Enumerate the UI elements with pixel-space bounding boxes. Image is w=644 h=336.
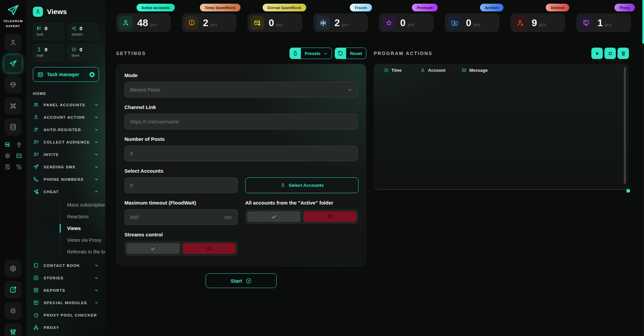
- stat-card-proxy: Proxy 1pcs: [576, 13, 631, 32]
- stat-card-eternal-spamblock: Eternal SpamBlock 0pcs: [248, 13, 302, 32]
- sidebar-item-invite[interactable]: INVITE: [33, 148, 99, 161]
- sidebar-item-reports[interactable]: REPORTS: [33, 284, 99, 296]
- presets-label: Presets: [305, 51, 321, 56]
- stat-task: 0 task: [33, 23, 64, 40]
- stat-value: 0: [466, 17, 471, 29]
- clipboard-icon[interactable]: [4, 164, 11, 170]
- sender-button[interactable]: [4, 55, 22, 72]
- run-button[interactable]: [591, 48, 603, 59]
- stop-button[interactable]: [604, 48, 616, 59]
- sidebar-item-auto-register[interactable]: AUTO-REGISTER: [33, 123, 99, 136]
- clear-log-button[interactable]: [618, 48, 629, 59]
- timeout-input[interactable]: [130, 214, 221, 220]
- sidebar-item-account-action[interactable]: ACCOUNT ACTION: [33, 111, 99, 123]
- sidebar-item-contact-book[interactable]: CONTACT BOOK: [33, 259, 99, 272]
- sidebar-item-collect-audience[interactable]: COLLECT AUDIENCE: [33, 136, 99, 148]
- sidebar-item-stories[interactable]: STORIES: [33, 272, 99, 284]
- views-page-icon: [33, 7, 43, 17]
- mode-label: Mode: [124, 72, 358, 78]
- stat-value: 9: [532, 17, 537, 29]
- column-account: Account: [420, 68, 462, 73]
- resize-grip[interactable]: [627, 189, 630, 192]
- database-button[interactable]: [4, 118, 22, 136]
- premium-badge[interactable]: Premium: [412, 4, 438, 11]
- stat-value: 2: [203, 17, 208, 29]
- rail-bottom-cluster: [4, 260, 22, 336]
- external-link-button[interactable]: [4, 281, 22, 298]
- frozen-badge[interactable]: Frozen: [350, 4, 372, 11]
- streams-off-option[interactable]: [183, 243, 236, 254]
- number-of-posts-input[interactable]: [130, 151, 352, 156]
- streams-on-option[interactable]: [126, 243, 180, 254]
- active-folder-off-option[interactable]: [304, 211, 357, 222]
- chevron-up-icon: [94, 189, 99, 194]
- log-scrollbar[interactable]: [624, 67, 626, 184]
- app-root: TELEGRAM EXPERT: [0, 0, 644, 336]
- column-message: Message: [462, 68, 488, 73]
- chevron-down-icon: [94, 276, 99, 280]
- stat-unit: pcs: [210, 22, 217, 27]
- code-box-icon[interactable]: [15, 153, 22, 159]
- paper-plane-icon: [33, 164, 39, 170]
- archive-badge[interactable]: Archive: [480, 4, 503, 11]
- presets-button[interactable]: Presets: [289, 48, 332, 59]
- mode-select[interactable]: Recent Posts: [124, 82, 358, 98]
- account-stat-cards: Active accounts 48pcs Temp SpamBlock 2pc…: [105, 0, 644, 32]
- sidebar-nav: HOME PANEL ACCOUNTS ACCOUNT ACTION AUTO-…: [33, 89, 99, 334]
- gem-icon: [9, 81, 17, 89]
- sidebar-item-proxy-pool-checker[interactable]: PROXY POOL CHECKER: [33, 309, 99, 321]
- sidebar-item-home[interactable]: HOME: [33, 89, 99, 99]
- active-accounts-badge[interactable]: Active accounts: [137, 4, 175, 11]
- app-logo: TELEGRAM EXPERT: [3, 4, 23, 29]
- sidebar-item-panel-accounts[interactable]: PANEL ACCOUNTS: [33, 99, 99, 111]
- submenu-item-views[interactable]: Views: [33, 222, 99, 234]
- sidebar-item-special-modules[interactable]: SPECIAL MODULES: [33, 296, 99, 309]
- chevron-down-icon: [347, 88, 352, 92]
- submenu-item-reactions[interactable]: Reactions: [33, 211, 99, 222]
- share-nodes-icon: [71, 26, 76, 31]
- proxy-server-icon: [579, 16, 593, 30]
- sidebar: Views 0 task: [26, 0, 105, 336]
- deleted-badge[interactable]: Deleted: [546, 4, 569, 11]
- proxy-badge[interactable]: Proxy: [614, 4, 635, 11]
- accounts-count-input[interactable]: [130, 182, 232, 188]
- profile-button[interactable]: [4, 34, 22, 51]
- stat-unit: pcs: [408, 22, 414, 27]
- gauge-icon: [33, 312, 39, 318]
- swap-icon[interactable]: [15, 164, 22, 170]
- commands-button[interactable]: [4, 97, 22, 115]
- premium-button[interactable]: [4, 76, 22, 94]
- webcam-icon[interactable]: [15, 142, 22, 148]
- channel-link-input[interactable]: [130, 119, 352, 124]
- sidebar-item-proxy[interactable]: PROXY: [33, 321, 99, 334]
- active-folder-on-option[interactable]: [247, 211, 301, 222]
- settings-section: SETTINGS Presets: [116, 48, 366, 288]
- page-scrollbar-thumb[interactable]: [642, 0, 644, 44]
- submenu-item-views-via-proxy[interactable]: Views via Proxy: [33, 234, 99, 246]
- start-label: Start: [230, 278, 242, 284]
- star-icon: [382, 16, 396, 30]
- reset-button[interactable]: Reset: [335, 48, 366, 59]
- settings-button[interactable]: [4, 260, 22, 277]
- sliders-button[interactable]: [4, 323, 22, 336]
- sidebar-item-phone-numbers[interactable]: PHONE NUMBERS: [33, 173, 99, 185]
- task-manager-button[interactable]: Task manager: [33, 67, 99, 82]
- eternal-spamblock-badge[interactable]: Eternal SpamBlock: [263, 4, 306, 11]
- paper-plane-icon: [9, 60, 17, 68]
- check-circle-icon: [71, 47, 76, 52]
- submenu-item-mass-subscriptions[interactable]: Mass subscriptions: [33, 199, 99, 211]
- start-button[interactable]: Start: [206, 273, 277, 288]
- server-check-icon[interactable]: [4, 142, 11, 148]
- theme-button[interactable]: [4, 302, 22, 320]
- phone-icon: [33, 176, 39, 182]
- checklist-icon: [37, 26, 42, 31]
- icon-rail: TELEGRAM EXPERT: [0, 0, 26, 336]
- stat-unit: pcs: [276, 22, 283, 27]
- gear-small-icon[interactable]: [4, 153, 11, 159]
- select-accounts-button[interactable]: Select Accounts: [245, 177, 359, 193]
- sidebar-item-cheat[interactable]: CHEAT: [33, 185, 99, 198]
- submenu-item-referrals-in-the-bot[interactable]: Referrals in the bot: [33, 246, 99, 258]
- modules-icon: [33, 300, 39, 305]
- sidebar-item-sending-sms[interactable]: SENDING SMS: [33, 161, 99, 173]
- temp-spamblock-badge[interactable]: Temp SpamBlock: [200, 4, 241, 11]
